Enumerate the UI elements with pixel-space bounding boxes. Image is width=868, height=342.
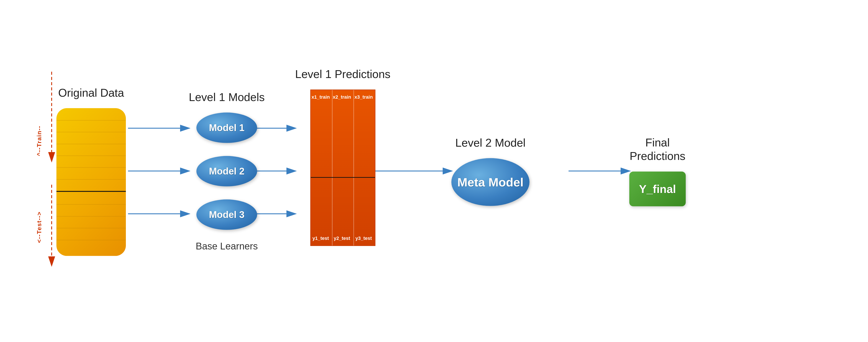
pred-col-x1-label: x1_train [311,94,330,100]
data-lines [56,108,126,256]
model-3-label: Model 3 [209,209,245,220]
pred-col-y2-label: y2_test [333,235,351,241]
model-1-label: Model 1 [209,122,245,133]
level2-model-title: Level 2 Model [455,136,526,149]
level1-models-title: Level 1 Models [189,90,265,104]
arrows-svg [0,0,868,342]
model-2-label: Model 2 [209,166,245,177]
model-3-ellipse: Model 3 [196,199,257,230]
model-2-ellipse: Model 2 [196,156,257,187]
pred-col-x2-label: x2_train [333,94,351,100]
predictions-block: x1_train x2_train x3_train y1_test y2_te… [310,89,375,246]
yfinal-box: Y_final [629,171,686,206]
models-column: Model 1 Model 2 Model 3 [196,113,257,230]
pred-col-y3-label: y3_test [354,235,373,241]
pred-col-y1-label: y1_test [311,235,330,241]
pred-col-x3-label: x3_train [354,94,373,100]
original-data-title: Original Data [58,86,124,99]
yfinal-label: Y_final [639,182,676,195]
original-data-block [56,108,126,256]
level1-predictions-title: Level 1 Predictions [295,67,391,81]
test-label: <--Test--> [36,211,43,243]
final-predictions-title: FinalPredictions [629,136,685,163]
diagram-container: Original Data ^--Train-- <--Test--> [0,0,868,342]
model-1-ellipse: Model 1 [196,113,257,143]
base-learners-label: Base Learners [196,241,258,252]
meta-model-label: Meta Model [458,175,524,189]
meta-model-ellipse: Meta Model [452,158,529,206]
train-label: ^--Train-- [36,125,43,156]
